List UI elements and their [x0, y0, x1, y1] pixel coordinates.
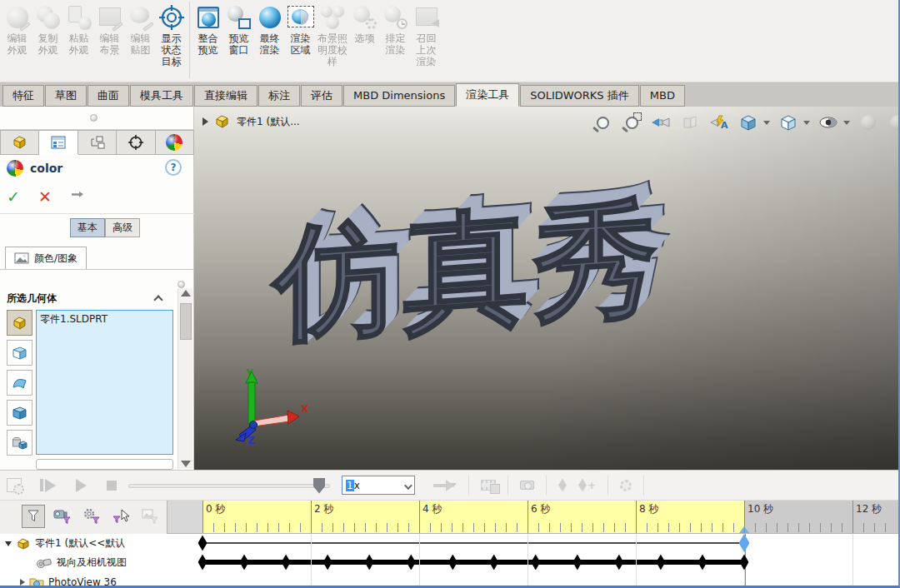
- key-point[interactable]: [448, 555, 458, 571]
- feature-tree-flyout[interactable]: 零件1 (默认...: [202, 114, 300, 129]
- major-tick: [419, 501, 420, 533]
- command-tab-10[interactable]: SOLIDWORKS 插件: [520, 85, 639, 107]
- key-point[interactable]: [240, 555, 249, 571]
- command-tab-1[interactable]: 特征: [2, 85, 44, 107]
- filter-animated-icon[interactable]: [51, 505, 74, 528]
- hide-show-items-dropdown-icon[interactable]: [843, 121, 850, 125]
- filter-face-button[interactable]: [7, 340, 32, 366]
- zoom-to-area-icon[interactable]: [621, 112, 642, 133]
- pin-icon[interactable]: [70, 191, 85, 202]
- panel-scrollbar[interactable]: [178, 288, 192, 469]
- tab-dimxpertmanager[interactable]: [117, 130, 155, 155]
- timeline-track[interactable]: [167, 534, 900, 588]
- zoom-to-fit-icon[interactable]: [592, 112, 613, 133]
- key-point[interactable]: [198, 536, 208, 551]
- tab-featuremanager[interactable]: [0, 130, 39, 155]
- display-style-dropdown-icon[interactable]: [803, 121, 810, 125]
- key-point[interactable]: [614, 555, 623, 571]
- panel-actions: ✓ ✕: [7, 188, 85, 205]
- expand-tree-icon[interactable]: [202, 117, 208, 126]
- dynamic-annotation-views-icon[interactable]: A: [708, 112, 730, 133]
- selected-key-point[interactable]: [739, 534, 750, 552]
- command-tab-9[interactable]: 渲染工具: [456, 83, 519, 107]
- key-point[interactable]: [198, 555, 208, 571]
- command-tab-7[interactable]: 评估: [301, 85, 342, 107]
- filter-part-button[interactable]: [7, 310, 32, 336]
- command-tab-11[interactable]: MBD: [640, 85, 685, 107]
- command-tab-6[interactable]: 标注: [258, 85, 300, 107]
- ruler-label: 12 秒: [856, 502, 882, 516]
- command-tab-2[interactable]: 草图: [45, 85, 87, 107]
- key-point[interactable]: [740, 555, 749, 571]
- filter-selected-icon[interactable]: [109, 505, 132, 528]
- command-tab-3[interactable]: 曲面: [88, 85, 129, 107]
- ribbon-button-display-state-target[interactable]: 显示 状态 目标: [156, 2, 187, 68]
- key-point[interactable]: [365, 555, 374, 571]
- schedule-render-icon: [382, 4, 409, 31]
- tab-configurationmanager[interactable]: [78, 130, 117, 155]
- display-style-icon[interactable]: [778, 112, 799, 133]
- secondary-selection-box[interactable]: [36, 459, 173, 470]
- cancel-button[interactable]: ✕: [38, 188, 52, 205]
- ribbon-button-render-region[interactable]: 渲染 区域: [285, 2, 316, 57]
- ok-button[interactable]: ✓: [7, 188, 20, 205]
- ribbon-button-final-render[interactable]: 最终 渲染: [254, 2, 285, 57]
- 3d-model-text[interactable]: 仿真秀: [274, 188, 740, 346]
- divider: [0, 213, 194, 214]
- combo-chevron-icon[interactable]: [404, 481, 412, 490]
- key-point[interactable]: [489, 555, 498, 571]
- key-point[interactable]: [698, 555, 707, 571]
- ribbon-button-integrated-preview[interactable]: 整合 预览: [192, 2, 223, 57]
- hide-show-items-icon[interactable]: [818, 112, 839, 133]
- key-point[interactable]: [282, 555, 291, 571]
- help-button[interactable]: ?: [165, 159, 182, 176]
- key-point[interactable]: [407, 555, 416, 571]
- scrollbar-thumb[interactable]: [180, 303, 192, 340]
- playback-speed-select[interactable]: 1x: [342, 476, 415, 495]
- view-orientation-dropdown-icon[interactable]: [763, 121, 770, 125]
- part-name: 零件1 (默认...: [237, 115, 300, 129]
- command-tab-8[interactable]: MBD Dimensions: [343, 85, 455, 107]
- view-orientation-icon[interactable]: [738, 112, 759, 133]
- filter-all-icon[interactable]: [22, 505, 45, 528]
- key-point[interactable]: [323, 555, 332, 571]
- scroll-down-arrow[interactable]: [181, 461, 191, 467]
- minor-ticks: [202, 523, 890, 532]
- graphics-area[interactable]: 零件1 (默认... A 仿: [194, 107, 898, 470]
- tree-row-part[interactable]: 零件1 (默认<<默认: [0, 534, 167, 553]
- previous-view-icon[interactable]: [650, 112, 672, 133]
- filter-graphics-body-button[interactable]: [7, 430, 32, 456]
- key-point[interactable]: [572, 555, 582, 571]
- command-tab-4[interactable]: 模具工具: [130, 85, 193, 107]
- panel-splitter-dot[interactable]: [90, 114, 98, 122]
- tree-row-photoview[interactable]: PhotoView 36: [0, 572, 167, 588]
- selected-geometry-listbox[interactable]: 零件1.SLDPRT: [36, 310, 173, 455]
- tree-row-orientation-camera[interactable]: 视向及相机视图: [0, 553, 167, 572]
- filter-driving-icon[interactable]: [80, 505, 103, 528]
- ruler-label: 8 秒: [639, 502, 658, 516]
- tab-displaymanager[interactable]: [156, 130, 194, 155]
- tab-basic[interactable]: 基本: [70, 218, 105, 237]
- slider-thumb[interactable]: [313, 478, 325, 494]
- playback-speed-slider[interactable]: [128, 478, 330, 493]
- ribbon-button-preview-window[interactable]: 预览 窗口: [223, 2, 254, 57]
- panel-resize-dot[interactable]: [178, 281, 185, 288]
- appearance-color-icon: [7, 160, 23, 177]
- tab-advanced[interactable]: 高级: [105, 218, 140, 237]
- list-item[interactable]: 零件1.SLDPRT: [40, 312, 169, 326]
- command-tab-5[interactable]: 直接编辑: [194, 85, 258, 107]
- collapse-icon[interactable]: [5, 541, 12, 546]
- timeline-ruler[interactable]: 0 秒2 秒4 秒6 秒8 秒10 秒12 秒: [167, 501, 900, 534]
- tab-propertymanager[interactable]: [39, 130, 78, 155]
- filter-body-button[interactable]: [7, 400, 32, 426]
- key-point[interactable]: [531, 555, 540, 571]
- key-point[interactable]: [656, 555, 665, 571]
- expand-icon[interactable]: [20, 579, 25, 586]
- displaymanager-icon: [166, 134, 182, 151]
- featuremanager-part-icon: [12, 135, 28, 150]
- tab-color-image[interactable]: 颜色/图象: [5, 247, 87, 269]
- scroll-up-arrow[interactable]: [181, 290, 191, 296]
- filter-surface-button[interactable]: [7, 370, 32, 396]
- tree-row-label: PhotoView 36: [48, 576, 117, 588]
- collapse-group-chevron[interactable]: [153, 295, 162, 304]
